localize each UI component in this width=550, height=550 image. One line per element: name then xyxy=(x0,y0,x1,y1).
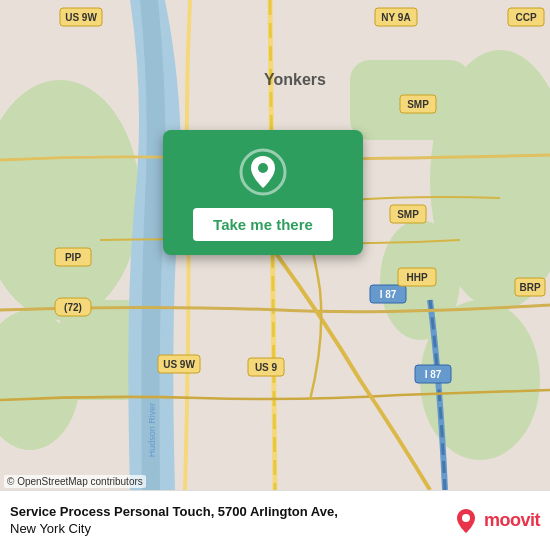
map-container: US 9W US 9W US 9 NY 9A SMP SMP I 87 I 87… xyxy=(0,0,550,490)
location-text-block: Service Process Personal Touch, 5700 Arl… xyxy=(10,504,444,538)
map-attribution: © OpenStreetMap contributors xyxy=(4,475,146,488)
svg-text:PIP: PIP xyxy=(65,252,81,263)
svg-point-38 xyxy=(462,514,470,522)
svg-text:US 9: US 9 xyxy=(255,362,278,373)
svg-text:Hudson River: Hudson River xyxy=(147,403,157,458)
location-name: Service Process Personal Touch, 5700 Arl… xyxy=(10,504,444,538)
moovit-pin-icon xyxy=(452,507,480,535)
svg-point-37 xyxy=(258,163,268,173)
svg-text:SMP: SMP xyxy=(407,99,429,110)
moovit-logo: moovit xyxy=(452,507,540,535)
svg-text:Yonkers: Yonkers xyxy=(264,71,326,88)
bottom-bar: Service Process Personal Touch, 5700 Arl… xyxy=(0,490,550,550)
svg-text:I 87: I 87 xyxy=(380,289,397,300)
svg-text:(72): (72) xyxy=(64,302,82,313)
location-pin-icon xyxy=(239,148,287,196)
svg-text:US 9W: US 9W xyxy=(163,359,195,370)
svg-text:HHP: HHP xyxy=(406,272,427,283)
svg-text:BRP: BRP xyxy=(519,282,540,293)
svg-text:I 87: I 87 xyxy=(425,369,442,380)
navigation-card: Take me there xyxy=(163,130,363,255)
svg-text:CCP: CCP xyxy=(515,12,536,23)
take-me-there-button[interactable]: Take me there xyxy=(193,208,333,241)
svg-text:US 9W: US 9W xyxy=(65,12,97,23)
svg-text:NY 9A: NY 9A xyxy=(381,12,410,23)
svg-text:SMP: SMP xyxy=(397,209,419,220)
moovit-brand-text: moovit xyxy=(484,510,540,531)
